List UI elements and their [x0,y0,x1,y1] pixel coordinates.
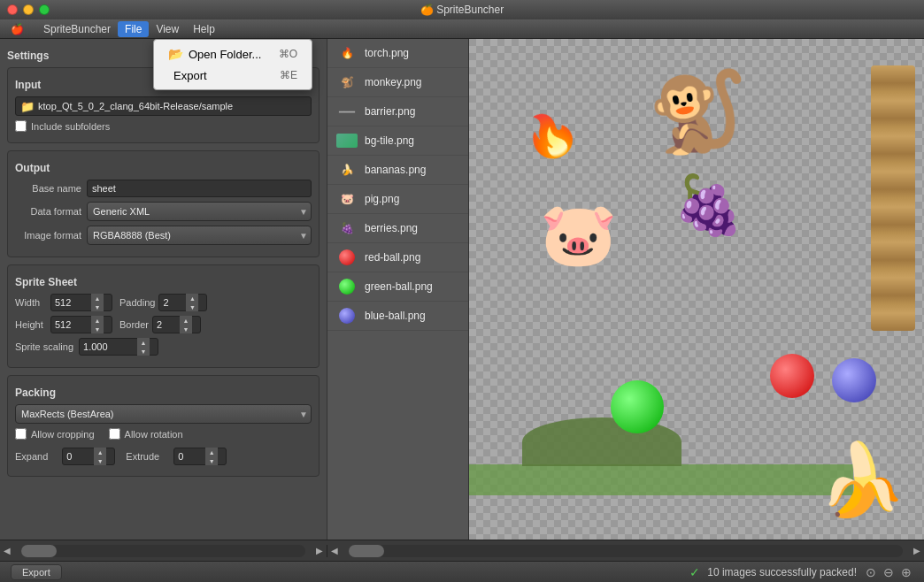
barrier-name: barrier.png [365,105,415,118]
list-item[interactable]: 🔥 torch.png [327,39,468,68]
expand-up[interactable]: ▲ [94,448,106,456]
list-item[interactable]: red-ball.png [327,243,468,272]
bananas-sprite: 🍌 [818,439,906,522]
border-up[interactable]: ▲ [180,316,192,325]
settings-panel: Settings Input 📁 ktop_Qt_5_0_2_clang_64b… [0,39,327,540]
output-section: Output Base name Data format Generic XML… [7,150,320,257]
allow-cropping-row: Allow cropping [15,428,95,440]
scaling-input[interactable] [80,341,137,352]
list-item[interactable]: bg-tile.png [327,126,468,156]
scaling-down[interactable]: ▼ [137,347,150,356]
export-menuitem[interactable]: Export ⌘E [154,65,312,86]
padding-label: Padding [119,297,155,308]
list-item[interactable]: 🐷 pig.png [327,185,468,214]
width-down[interactable]: ▼ [91,302,104,311]
height-up[interactable]: ▲ [91,316,104,325]
preview-scrollbar-thumb[interactable] [349,545,384,557]
preview-scroll-right[interactable]: ▶ [910,546,924,555]
green-ball-sprite [611,380,664,433]
left-scrollbar-thumb[interactable] [21,545,57,557]
list-item[interactable]: ━━━ barrier.png [327,97,468,126]
border-down[interactable]: ▼ [180,325,192,333]
allow-rotation-row: Allow rotation [109,428,183,440]
scroll-right-arrow[interactable]: ▶ [312,546,327,555]
list-item[interactable]: 🍌 bananas.png [327,156,468,185]
menu-help[interactable]: Help [186,21,222,37]
expand-input[interactable] [63,451,94,462]
zoom-in-button[interactable]: ⊕ [899,565,913,579]
list-item[interactable]: blue-ball.png [327,302,468,331]
bottom-scrollbar-bar: ◀ ▶ ◀ ▶ [0,540,924,561]
folder-path-icon: 📁 [20,100,35,113]
preview-scrollbar-track[interactable] [349,545,903,557]
scroll-left-arrow[interactable]: ◀ [0,546,14,555]
border-input[interactable] [153,319,180,330]
export-button[interactable]: Export [11,564,62,580]
padding-down[interactable]: ▼ [186,302,198,311]
minimize-button[interactable] [23,4,34,15]
data-format-select[interactable]: Generic XML JSON CSS Cocos2d [87,202,312,221]
extrude-input[interactable] [174,451,205,462]
base-name-input[interactable] [87,180,312,197]
menu-view[interactable]: View [149,21,186,37]
scaling-label: Sprite scaling [15,341,73,352]
hill-sprite [522,417,681,466]
green-ball-icon [335,276,359,297]
zoom-out-button[interactable]: ⊖ [882,565,896,579]
file-dropdown: 📂Open Folder... ⌘O Export ⌘E [153,39,312,90]
left-scrollbar-track[interactable] [21,545,305,557]
status-check-icon: ✓ [689,565,700,579]
padding-input[interactable] [159,297,186,308]
algorithm-select[interactable]: MaxRects (BestArea) MaxRects (BestShort)… [15,404,312,424]
width-label: Width [15,297,50,308]
torch-name: torch.png [365,47,409,59]
folder-icon: 📂 [168,47,183,61]
list-item[interactable]: 🍇 berries.png [327,214,468,243]
preview-panel: 🐒 🔥 🐷 🍇 🍌 [469,39,924,540]
padding-input-wrapper: ▲ ▼ [158,294,207,311]
menu-spritebuncher[interactable]: SpriteBuncher [36,21,118,37]
width-up[interactable]: ▲ [91,294,104,302]
include-subfolders-label: Include subfolders [31,121,110,132]
file-list-panel: 🔥 torch.png 🐒 monkey.png ━━━ barrier.png… [327,39,469,540]
open-folder-menuitem[interactable]: 📂Open Folder... ⌘O [154,43,312,65]
width-input[interactable] [51,297,91,308]
height-input[interactable] [51,319,91,330]
zoom-fit-button[interactable]: ⊙ [864,565,878,579]
height-down[interactable]: ▼ [91,325,104,333]
close-button[interactable] [7,4,18,15]
torch-sprite: 🔥 [513,99,587,171]
expand-down[interactable]: ▼ [94,456,106,465]
red-ball-name: red-ball.png [365,251,420,264]
menu-file[interactable]: File [118,21,149,37]
monkey-icon: 🐒 [335,72,359,93]
extrude-up[interactable]: ▲ [205,448,218,456]
berries-sprite: 🍇 [673,172,744,239]
scaling-up[interactable]: ▲ [137,338,150,347]
list-item[interactable]: 🐒 monkey.png [327,68,468,97]
include-subfolders-checkbox[interactable] [15,120,27,132]
extrude-down[interactable]: ▼ [205,456,218,465]
image-format-row: Image format RGBA8888 (Best) RGBA4444 RG… [15,226,312,245]
apple-menu[interactable]: 🍎 [4,21,31,37]
green-ball-name: green-ball.png [365,280,433,293]
image-format-select[interactable]: RGBA8888 (Best) RGBA4444 RGB888 [87,226,312,245]
red-ball-icon [335,247,359,268]
status-message: 10 images successfully packed! [707,566,857,578]
status-text-area: ✓ 10 images successfully packed! ⊙ ⊖ ⊕ [689,565,913,579]
list-item[interactable]: green-ball.png [327,272,468,302]
allow-rotation-checkbox[interactable] [109,428,120,440]
width-row: Width ▲ ▼ Padding ▲ ▼ [15,294,312,311]
bg-tile-name: bg-tile.png [365,134,414,147]
status-bar: Export ✓ 10 images successfully packed! … [0,561,924,582]
input-path-field[interactable]: 📁 ktop_Qt_5_0_2_clang_64bit-Release/samp… [15,96,312,116]
base-name-label: Base name [15,183,81,194]
padding-up[interactable]: ▲ [186,294,198,302]
maximize-button[interactable] [39,4,50,15]
checkboxes-row: Allow cropping Allow rotation [15,428,312,443]
extrude-input-wrapper: ▲ ▼ [173,448,227,465]
preview-scroll-left[interactable]: ◀ [327,546,342,555]
allow-cropping-label: Allow cropping [31,429,95,440]
left-scrollbar-area: ◀ ▶ [0,545,327,557]
allow-cropping-checkbox[interactable] [15,428,27,440]
